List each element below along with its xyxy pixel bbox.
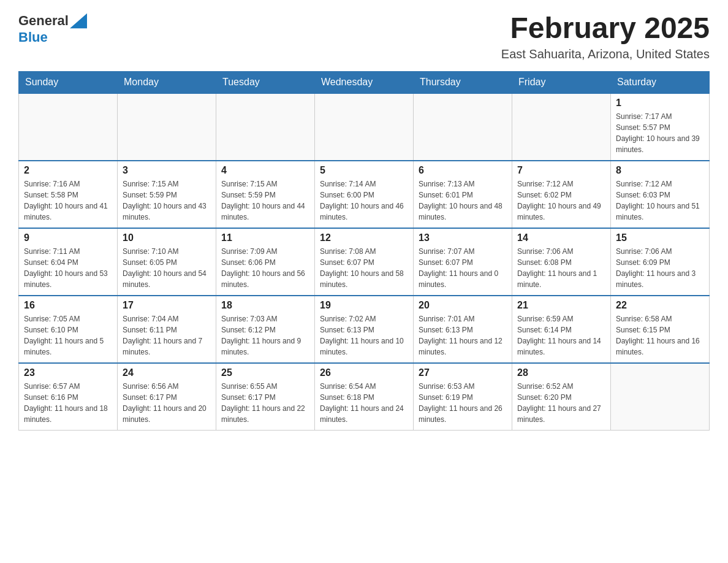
table-row: 21Sunrise: 6:59 AM Sunset: 6:14 PM Dayli… xyxy=(512,296,611,363)
table-row xyxy=(512,93,611,161)
day-info: Sunrise: 7:12 AM Sunset: 6:02 PM Dayligh… xyxy=(517,178,605,223)
table-row: 23Sunrise: 6:57 AM Sunset: 6:16 PM Dayli… xyxy=(19,363,118,431)
calendar-table: Sunday Monday Tuesday Wednesday Thursday… xyxy=(18,71,710,431)
day-number: 9 xyxy=(24,232,112,243)
col-sunday: Sunday xyxy=(19,71,118,93)
day-info: Sunrise: 7:15 AM Sunset: 5:59 PM Dayligh… xyxy=(221,178,309,223)
table-row: 16Sunrise: 7:05 AM Sunset: 6:10 PM Dayli… xyxy=(19,296,118,363)
day-number: 7 xyxy=(517,165,605,176)
calendar-week-row: 23Sunrise: 6:57 AM Sunset: 6:16 PM Dayli… xyxy=(19,363,710,431)
col-wednesday: Wednesday xyxy=(315,71,414,93)
calendar-week-row: 1Sunrise: 7:17 AM Sunset: 5:57 PM Daylig… xyxy=(19,93,710,161)
day-info: Sunrise: 7:02 AM Sunset: 6:13 PM Dayligh… xyxy=(320,313,408,358)
logo-icon xyxy=(70,12,87,29)
col-thursday: Thursday xyxy=(414,71,512,93)
day-info: Sunrise: 7:08 AM Sunset: 6:07 PM Dayligh… xyxy=(320,246,408,290)
table-row: 3Sunrise: 7:15 AM Sunset: 5:59 PM Daylig… xyxy=(118,161,216,228)
title-section: February 2025 East Sahuarita, Arizona, U… xyxy=(501,12,710,61)
day-number: 1 xyxy=(616,98,704,109)
col-friday: Friday xyxy=(512,71,611,93)
day-info: Sunrise: 6:52 AM Sunset: 6:20 PM Dayligh… xyxy=(517,381,605,425)
table-row: 6Sunrise: 7:13 AM Sunset: 6:01 PM Daylig… xyxy=(414,161,512,228)
calendar-week-row: 2Sunrise: 7:16 AM Sunset: 5:58 PM Daylig… xyxy=(19,161,710,228)
col-tuesday: Tuesday xyxy=(216,71,315,93)
table-row: 27Sunrise: 6:53 AM Sunset: 6:19 PM Dayli… xyxy=(414,363,512,431)
day-number: 23 xyxy=(24,367,112,378)
table-row: 1Sunrise: 7:17 AM Sunset: 5:57 PM Daylig… xyxy=(611,93,710,161)
day-number: 26 xyxy=(320,367,408,378)
table-row: 17Sunrise: 7:04 AM Sunset: 6:11 PM Dayli… xyxy=(118,296,216,363)
day-info: Sunrise: 7:04 AM Sunset: 6:11 PM Dayligh… xyxy=(123,313,211,358)
day-number: 15 xyxy=(616,232,704,243)
day-number: 6 xyxy=(419,165,507,176)
table-row: 8Sunrise: 7:12 AM Sunset: 6:03 PM Daylig… xyxy=(611,161,710,228)
day-number: 2 xyxy=(24,165,112,176)
table-row: 19Sunrise: 7:02 AM Sunset: 6:13 PM Dayli… xyxy=(315,296,414,363)
day-info: Sunrise: 6:57 AM Sunset: 6:16 PM Dayligh… xyxy=(24,381,112,425)
page-header: General Blue February 2025 East Sahuarit… xyxy=(18,12,710,61)
table-row: 12Sunrise: 7:08 AM Sunset: 6:07 PM Dayli… xyxy=(315,228,414,296)
day-info: Sunrise: 6:55 AM Sunset: 6:17 PM Dayligh… xyxy=(221,381,309,425)
table-row xyxy=(216,93,315,161)
day-info: Sunrise: 7:17 AM Sunset: 5:57 PM Dayligh… xyxy=(616,111,704,155)
day-info: Sunrise: 7:13 AM Sunset: 6:01 PM Dayligh… xyxy=(419,178,507,223)
table-row: 9Sunrise: 7:11 AM Sunset: 6:04 PM Daylig… xyxy=(19,228,118,296)
day-info: Sunrise: 7:07 AM Sunset: 6:07 PM Dayligh… xyxy=(419,246,507,290)
day-number: 28 xyxy=(517,367,605,378)
day-number: 18 xyxy=(221,300,309,311)
day-number: 22 xyxy=(616,300,704,311)
day-number: 13 xyxy=(419,232,507,243)
day-info: Sunrise: 7:14 AM Sunset: 6:00 PM Dayligh… xyxy=(320,178,408,223)
day-number: 21 xyxy=(517,300,605,311)
svg-marker-0 xyxy=(70,13,87,28)
day-info: Sunrise: 7:12 AM Sunset: 6:03 PM Dayligh… xyxy=(616,178,704,223)
day-info: Sunrise: 7:06 AM Sunset: 6:09 PM Dayligh… xyxy=(616,246,704,290)
day-number: 27 xyxy=(419,367,507,378)
day-info: Sunrise: 7:03 AM Sunset: 6:12 PM Dayligh… xyxy=(221,313,309,358)
calendar-week-row: 9Sunrise: 7:11 AM Sunset: 6:04 PM Daylig… xyxy=(19,228,710,296)
table-row: 28Sunrise: 6:52 AM Sunset: 6:20 PM Dayli… xyxy=(512,363,611,431)
day-info: Sunrise: 6:58 AM Sunset: 6:15 PM Dayligh… xyxy=(616,313,704,358)
day-number: 14 xyxy=(517,232,605,243)
day-info: Sunrise: 7:10 AM Sunset: 6:05 PM Dayligh… xyxy=(123,246,211,290)
day-info: Sunrise: 6:56 AM Sunset: 6:17 PM Dayligh… xyxy=(123,381,211,425)
calendar-header-row: Sunday Monday Tuesday Wednesday Thursday… xyxy=(19,71,710,93)
table-row: 2Sunrise: 7:16 AM Sunset: 5:58 PM Daylig… xyxy=(19,161,118,228)
day-info: Sunrise: 7:11 AM Sunset: 6:04 PM Dayligh… xyxy=(24,246,112,290)
day-number: 8 xyxy=(616,165,704,176)
table-row: 22Sunrise: 6:58 AM Sunset: 6:15 PM Dayli… xyxy=(611,296,710,363)
day-number: 3 xyxy=(123,165,211,176)
day-info: Sunrise: 6:53 AM Sunset: 6:19 PM Dayligh… xyxy=(419,381,507,425)
table-row xyxy=(118,93,216,161)
day-info: Sunrise: 7:16 AM Sunset: 5:58 PM Dayligh… xyxy=(24,178,112,223)
table-row: 4Sunrise: 7:15 AM Sunset: 5:59 PM Daylig… xyxy=(216,161,315,228)
day-info: Sunrise: 7:01 AM Sunset: 6:13 PM Dayligh… xyxy=(419,313,507,358)
table-row: 15Sunrise: 7:06 AM Sunset: 6:09 PM Dayli… xyxy=(611,228,710,296)
logo-blue-text: Blue xyxy=(18,29,48,45)
day-number: 16 xyxy=(24,300,112,311)
table-row: 18Sunrise: 7:03 AM Sunset: 6:12 PM Dayli… xyxy=(216,296,315,363)
day-number: 10 xyxy=(123,232,211,243)
location-title: East Sahuarita, Arizona, United States xyxy=(501,47,710,61)
table-row: 24Sunrise: 6:56 AM Sunset: 6:17 PM Dayli… xyxy=(118,363,216,431)
day-info: Sunrise: 7:05 AM Sunset: 6:10 PM Dayligh… xyxy=(24,313,112,358)
table-row: 10Sunrise: 7:10 AM Sunset: 6:05 PM Dayli… xyxy=(118,228,216,296)
table-row: 7Sunrise: 7:12 AM Sunset: 6:02 PM Daylig… xyxy=(512,161,611,228)
table-row xyxy=(414,93,512,161)
day-info: Sunrise: 7:09 AM Sunset: 6:06 PM Dayligh… xyxy=(221,246,309,290)
table-row: 13Sunrise: 7:07 AM Sunset: 6:07 PM Dayli… xyxy=(414,228,512,296)
logo-general-text: General xyxy=(18,13,69,29)
table-row: 11Sunrise: 7:09 AM Sunset: 6:06 PM Dayli… xyxy=(216,228,315,296)
calendar-week-row: 16Sunrise: 7:05 AM Sunset: 6:10 PM Dayli… xyxy=(19,296,710,363)
table-row: 5Sunrise: 7:14 AM Sunset: 6:00 PM Daylig… xyxy=(315,161,414,228)
table-row: 20Sunrise: 7:01 AM Sunset: 6:13 PM Dayli… xyxy=(414,296,512,363)
month-title: February 2025 xyxy=(501,12,710,45)
table-row: 26Sunrise: 6:54 AM Sunset: 6:18 PM Dayli… xyxy=(315,363,414,431)
day-number: 20 xyxy=(419,300,507,311)
table-row: 14Sunrise: 7:06 AM Sunset: 6:08 PM Dayli… xyxy=(512,228,611,296)
day-info: Sunrise: 7:15 AM Sunset: 5:59 PM Dayligh… xyxy=(123,178,211,223)
col-monday: Monday xyxy=(118,71,216,93)
day-number: 5 xyxy=(320,165,408,176)
table-row xyxy=(315,93,414,161)
day-number: 17 xyxy=(123,300,211,311)
